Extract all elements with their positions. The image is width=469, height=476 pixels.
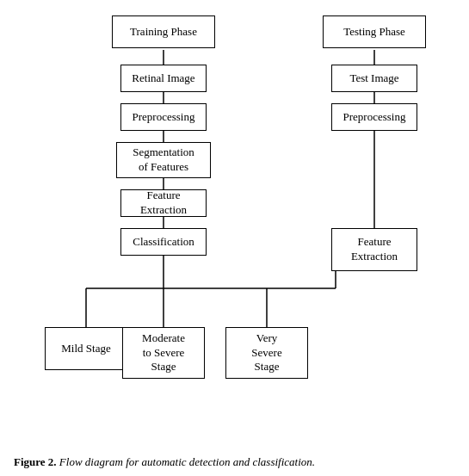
feature-extraction-test-box: Feature Extraction (331, 228, 417, 271)
retinal-image-box: Retinal Image (120, 65, 207, 92)
figure-label: Figure 2. (14, 455, 57, 468)
segmentation-box: Segmentation of Features (116, 142, 211, 178)
training-phase-label: Training Phase (112, 15, 215, 48)
figure-title: Flow diagram for automatic detection and… (59, 455, 315, 468)
testing-phase-label: Testing Phase (323, 15, 426, 48)
test-image-box: Test Image (331, 65, 417, 92)
moderate-stage-box: Moderate to Severe Stage (122, 327, 205, 379)
very-severe-stage-box: Very Severe Stage (225, 327, 308, 379)
preprocessing-train-box: Preprocessing (120, 103, 207, 131)
diagram: Training Phase Testing Phase Retinal Ima… (0, 0, 469, 448)
classification-box: Classification (120, 228, 207, 256)
feature-extraction-train-box: Feature Extraction (120, 189, 207, 217)
mild-stage-box: Mild Stage (45, 327, 127, 370)
figure-caption: Figure 2. Flow diagram for automatic det… (14, 455, 315, 469)
preprocessing-test-box: Preprocessing (331, 103, 417, 131)
